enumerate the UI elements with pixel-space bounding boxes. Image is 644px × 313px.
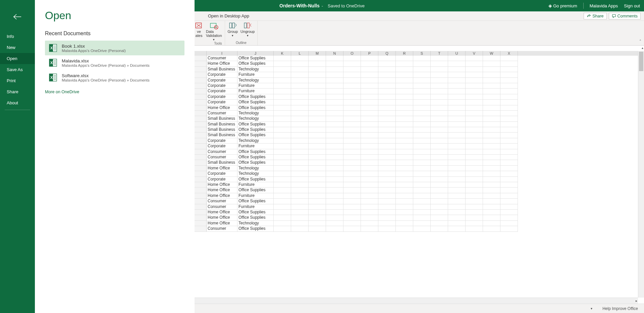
cell[interactable]	[378, 56, 396, 61]
cell[interactable]	[396, 221, 413, 226]
column-header-O[interactable]: O	[343, 51, 361, 56]
column-header-L[interactable]: L	[291, 51, 309, 56]
cell[interactable]	[500, 155, 518, 160]
cell[interactable]	[291, 111, 309, 116]
cell[interactable]	[326, 89, 343, 94]
cell[interactable]	[274, 149, 291, 155]
cell[interactable]	[274, 215, 291, 220]
cell[interactable]	[500, 144, 518, 149]
cell[interactable]	[483, 155, 500, 160]
cell[interactable]	[378, 94, 396, 100]
cell[interactable]	[361, 138, 378, 144]
nav-save-as[interactable]: Save As	[0, 64, 35, 75]
ungroup-button[interactable]: Ungroup▾	[240, 22, 255, 38]
statusbar-caret-icon[interactable]: ▾	[591, 307, 592, 310]
grid-row[interactable]: CorporateOffice Supplies	[195, 100, 638, 105]
cell[interactable]	[343, 105, 361, 111]
cell[interactable]	[413, 56, 431, 61]
cell[interactable]	[396, 56, 413, 61]
cell[interactable]: Consumer	[207, 56, 237, 61]
column-header-Q[interactable]: Q	[378, 51, 396, 56]
cell[interactable]	[274, 177, 291, 182]
cell[interactable]	[309, 94, 326, 100]
column-header-N[interactable]: N	[326, 51, 343, 56]
cell[interactable]	[309, 215, 326, 220]
cell[interactable]: Small Business	[207, 116, 237, 121]
cell[interactable]	[291, 67, 309, 72]
grid-row[interactable]: ConsumerOffice Supplies	[195, 226, 638, 231]
cell[interactable]	[483, 204, 500, 210]
cell[interactable]: Office Supplies	[237, 56, 274, 61]
cell[interactable]	[431, 138, 448, 144]
cell[interactable]	[274, 199, 291, 204]
cell[interactable]	[326, 61, 343, 66]
cell[interactable]	[361, 215, 378, 220]
open-in-desktop-link[interactable]: Open in Desktop App	[208, 13, 249, 18]
go-premium-link[interactable]: ◈Go premium	[548, 3, 577, 8]
cell[interactable]	[431, 72, 448, 77]
cell[interactable]	[448, 226, 466, 231]
cell[interactable]	[396, 144, 413, 149]
cell[interactable]	[274, 166, 291, 171]
cell[interactable]	[326, 111, 343, 116]
grid-row[interactable]: Small BusinessTechnology	[195, 67, 638, 72]
cell[interactable]	[361, 171, 378, 176]
cell[interactable]	[291, 193, 309, 199]
cell[interactable]	[326, 171, 343, 176]
cell[interactable]	[500, 67, 518, 72]
grid-row[interactable]: ConsumerOffice Supplies	[195, 155, 638, 160]
cell[interactable]	[291, 78, 309, 83]
cell[interactable]	[500, 83, 518, 89]
cell[interactable]: Office Supplies	[237, 133, 274, 138]
cell[interactable]	[361, 83, 378, 89]
cell[interactable]	[291, 144, 309, 149]
scroll-right-button[interactable]: ▸	[636, 299, 637, 303]
cell[interactable]	[431, 215, 448, 220]
cell[interactable]	[431, 171, 448, 176]
cell[interactable]	[500, 94, 518, 100]
cell[interactable]	[309, 89, 326, 94]
cell[interactable]	[448, 83, 466, 89]
cell[interactable]	[431, 122, 448, 127]
cell[interactable]: Corporate	[207, 144, 237, 149]
cell[interactable]	[396, 83, 413, 89]
cell[interactable]	[326, 155, 343, 160]
cell[interactable]	[326, 105, 343, 111]
cell[interactable]: Office Supplies	[237, 160, 274, 165]
cell[interactable]	[291, 188, 309, 193]
cell[interactable]	[466, 122, 483, 127]
cell[interactable]	[396, 105, 413, 111]
grid-row[interactable]: Home OfficeOffice Supplies	[195, 210, 638, 215]
cell[interactable]	[448, 166, 466, 171]
group-button[interactable]: Group▾	[228, 22, 238, 38]
grid-row[interactable]: Home OfficeFurniture	[195, 182, 638, 188]
cell[interactable]	[343, 204, 361, 210]
cell[interactable]	[396, 193, 413, 199]
grid-row[interactable]: Home OfficeOffice Supplies	[195, 188, 638, 193]
cell[interactable]	[396, 160, 413, 165]
cell[interactable]	[361, 160, 378, 165]
cell[interactable]	[378, 144, 396, 149]
cell[interactable]	[466, 199, 483, 204]
nav-share[interactable]: Share	[0, 86, 35, 97]
cell[interactable]	[483, 166, 500, 171]
cell[interactable]	[483, 177, 500, 182]
cell[interactable]	[483, 171, 500, 176]
cell[interactable]	[448, 67, 466, 72]
cell[interactable]	[361, 67, 378, 72]
cell[interactable]	[361, 127, 378, 133]
cell[interactable]	[448, 182, 466, 188]
cell[interactable]: Office Supplies	[237, 105, 274, 111]
cell[interactable]	[326, 177, 343, 182]
cell[interactable]	[309, 56, 326, 61]
cell[interactable]	[378, 105, 396, 111]
cell[interactable]	[466, 83, 483, 89]
cell[interactable]	[466, 193, 483, 199]
cell[interactable]	[309, 100, 326, 105]
cell[interactable]	[396, 215, 413, 220]
cell[interactable]: Furniture	[237, 89, 274, 94]
cell[interactable]	[378, 221, 396, 226]
grid-row[interactable]: Home OfficeOffice Supplies	[195, 215, 638, 220]
cell[interactable]	[483, 72, 500, 77]
cell[interactable]	[466, 133, 483, 138]
